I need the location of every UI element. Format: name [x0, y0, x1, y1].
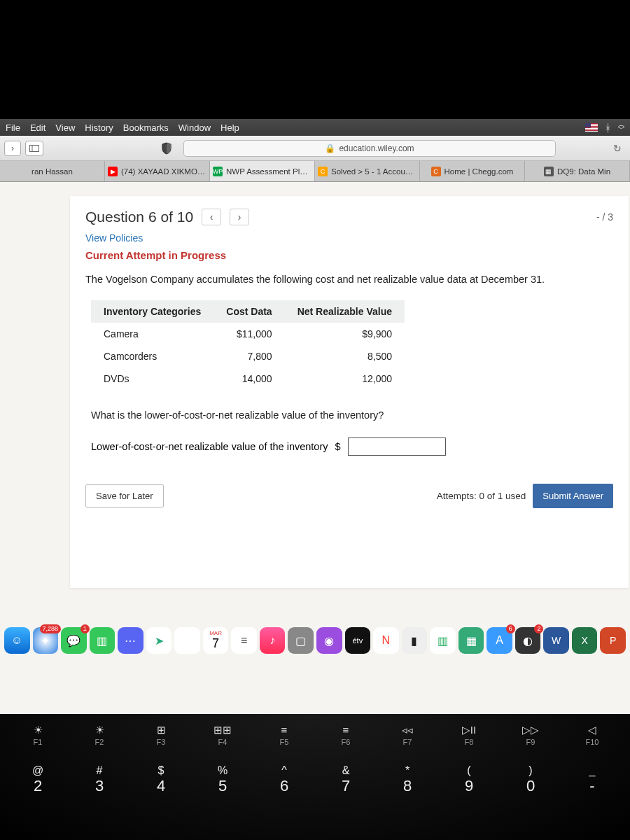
key-f1: ☀F1 — [12, 724, 64, 746]
svg-rect-0 — [30, 145, 39, 151]
tab-0[interactable]: ran Hassan — [0, 161, 105, 181]
question-title: Question 6 of 10 — [85, 209, 193, 225]
wifi-icon[interactable]: ⌔ — [618, 122, 624, 134]
back-button[interactable]: › — [4, 141, 21, 156]
tab-2[interactable]: WPNWP Assessment Playe... — [210, 161, 315, 181]
view-policies-link[interactable]: View Policies — [85, 232, 613, 244]
dock: ☺ ✦7,288 💬1 ▥ ⋯ ➤ ✿ MAR7 ≡ ♪ ▢ ◉ étv N ▮… — [0, 623, 630, 658]
col-head-category: Inventory Categories — [91, 300, 214, 323]
tab-5[interactable]: ▦DQ9: Data Min — [525, 161, 630, 181]
prev-question-button[interactable]: ‹ — [202, 209, 221, 225]
attempt-status: Current Attempt in Progress — [85, 249, 613, 261]
url-text: education.wiley.com — [339, 144, 414, 153]
browser-toolbar: › 🔒 education.wiley.com ↻ — [0, 136, 630, 161]
url-bar[interactable]: 🔒 education.wiley.com — [183, 140, 556, 157]
col-head-nrv: Net Realizable Value — [285, 300, 405, 323]
appstore-icon[interactable]: A6 — [486, 627, 512, 654]
col-head-cost: Cost Data — [214, 300, 284, 323]
excel-icon[interactable]: X — [572, 627, 598, 654]
chart-icon[interactable]: ▮ — [402, 627, 428, 654]
question-score: - / 3 — [596, 211, 613, 223]
tab-3[interactable]: CSolved > 5 - 1 Accounti... — [315, 161, 420, 181]
menu-history[interactable]: History — [85, 122, 113, 133]
app-icon[interactable]: ▢ — [288, 627, 314, 654]
menu-file[interactable]: File — [6, 122, 20, 133]
question-card: Question 6 of 10 ‹ › - / 3 View Policies… — [70, 196, 629, 588]
key-8: *8 — [382, 764, 433, 795]
shield-icon[interactable] — [160, 141, 174, 155]
answer-label: Lower-of-cost-or-net realizable value of… — [91, 441, 328, 452]
submit-answer-button[interactable]: Submit Answer — [533, 484, 613, 508]
sidebar-button[interactable] — [25, 141, 43, 156]
answer-input[interactable] — [348, 438, 446, 456]
key-f6: ≡F6 — [320, 724, 372, 746]
messages-icon[interactable]: 💬1 — [61, 627, 87, 654]
key-f3: ⊞F3 — [135, 724, 187, 746]
safari-icon[interactable]: ✦7,288 — [33, 627, 59, 654]
tab-1[interactable]: ▶(74) XAYAAD XIKMO OO... — [105, 161, 210, 181]
tab-4[interactable]: CHome | Chegg.com — [420, 161, 525, 181]
discord-icon[interactable]: ⋯ — [118, 627, 144, 654]
tab-bar: ran Hassan ▶(74) XAYAAD XIKMO OO... WPNW… — [0, 161, 630, 182]
flag-icon[interactable] — [585, 123, 598, 132]
podcasts-icon[interactable]: ◉ — [316, 627, 342, 654]
menu-bar: File Edit View History Bookmarks Window … — [0, 119, 630, 136]
key-f8: ▷IIF8 — [443, 724, 495, 746]
key-7: &7 — [320, 764, 372, 795]
word-icon[interactable]: W — [543, 627, 569, 654]
numbers-icon[interactable]: ▥ — [430, 627, 456, 654]
news-icon[interactable]: N — [373, 627, 399, 654]
key-f5: ≡F5 — [258, 724, 310, 746]
question-prompt: The Vogelson Company accumulates the fol… — [85, 272, 613, 288]
menu-bookmarks[interactable]: Bookmarks — [123, 122, 169, 133]
music-icon[interactable]: ♪ — [260, 627, 286, 654]
key-5: %5 — [197, 764, 248, 795]
menu-help[interactable]: Help — [220, 122, 239, 133]
powerpoint-icon[interactable]: P — [600, 627, 626, 654]
next-question-button[interactable]: › — [230, 209, 249, 225]
table-row: Camcorders 7,800 8,500 — [91, 345, 405, 368]
key-4: $4 — [135, 764, 187, 795]
save-for-later-button[interactable]: Save for Later — [85, 484, 164, 507]
bluetooth-icon[interactable]: ᚼ — [605, 122, 611, 134]
menu-view[interactable]: View — [55, 122, 75, 133]
menu-window[interactable]: Window — [178, 122, 211, 133]
attempts-label: Attempts: 0 of 1 used — [437, 491, 526, 501]
key-6: ^6 — [258, 764, 310, 795]
photos-icon[interactable]: ✿ — [174, 627, 200, 654]
calendar-icon[interactable]: MAR7 — [203, 627, 229, 654]
lock-icon: 🔒 — [325, 144, 335, 153]
facetime-icon[interactable]: ▥ — [90, 627, 115, 654]
refresh-button[interactable]: ↻ — [609, 141, 626, 156]
key-f4: ⊞⊞F4 — [197, 724, 248, 746]
data-table: Inventory Categories Cost Data Net Reali… — [91, 300, 405, 390]
key--: _- — [566, 764, 618, 795]
key-2: @2 — [12, 764, 64, 795]
maps-icon[interactable]: ➤ — [146, 627, 172, 654]
key-f10: ◁F10 — [566, 724, 618, 746]
table-row: DVDs 14,000 12,000 — [91, 368, 405, 390]
preview-icon[interactable]: ▦ — [458, 627, 484, 654]
key-f7: ◃◃F7 — [382, 724, 433, 746]
reminders-icon[interactable]: ≡ — [231, 627, 257, 654]
key-3: #3 — [74, 764, 125, 795]
key-9: (9 — [443, 764, 495, 795]
key-f9: ▷▷F9 — [505, 724, 556, 746]
table-row: Camera $11,000 $9,900 — [91, 323, 405, 345]
creative-icon[interactable]: ◐2 — [515, 627, 541, 654]
key-0: )0 — [505, 764, 556, 795]
key-f2: ☀F2 — [74, 724, 125, 746]
sub-question: What is the lower-of-cost-or-net realiza… — [91, 410, 613, 421]
finder-icon[interactable]: ☺ — [4, 627, 30, 654]
menu-edit[interactable]: Edit — [30, 122, 46, 133]
keyboard: ☀F1☀F2⊞F3⊞⊞F4≡F5≡F6◃◃F7▷IIF8▷▷F9◁F10 @2#… — [0, 714, 630, 840]
currency-symbol: $ — [335, 441, 341, 452]
tv-icon[interactable]: étv — [345, 627, 371, 654]
